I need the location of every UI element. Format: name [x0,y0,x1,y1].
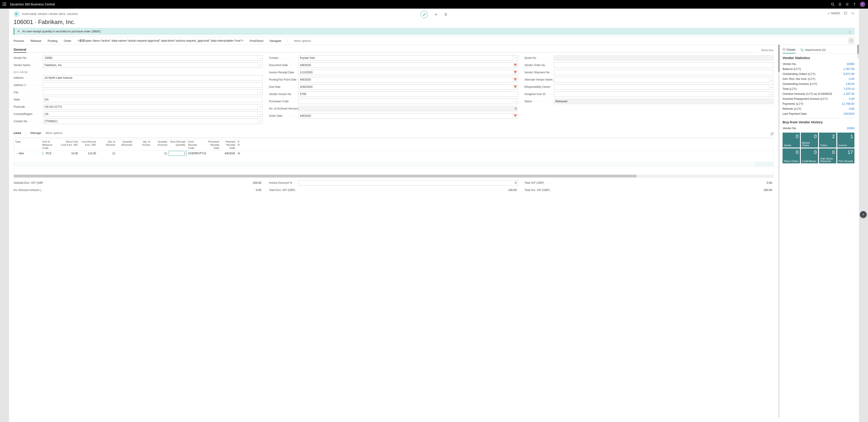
app-launcher-icon[interactable] [3,2,6,6]
lookup-icon[interactable]: ⋯ [257,63,261,68]
action-order[interactable]: Order [64,39,71,43]
info-icon[interactable]: ⓘ [848,37,855,44]
gear-icon[interactable] [844,1,851,8]
action-process[interactable]: Process [13,39,24,43]
sidebar-scrollbar[interactable] [857,45,859,58]
stat-value[interactable]: 0.00 [849,107,855,110]
history-vendor-no[interactable]: 10000 [846,127,855,130]
history-tile[interactable]: 0Quotes [782,133,800,147]
arrow-right-icon: → [15,152,18,155]
show-less-link[interactable]: Show less [761,49,774,52]
stat-label: Payments (LCY) [782,102,803,106]
history-tile[interactable]: 0Return Orders [782,148,800,163]
stat-value[interactable]: 10000 [846,62,855,66]
vendor-no-input[interactable]: 10000⌄ [43,55,263,61]
tab-lines[interactable]: Lines [13,131,21,136]
calendar-icon[interactable]: 📅 [512,63,517,68]
stat-value[interactable]: 1,267.50 [843,92,855,95]
vendor-ship-input[interactable] [554,70,774,75]
doc-date-input[interactable]: 4/8/2020📅 [298,62,518,68]
postcode-input[interactable]: US-GA 31772⋯ [43,104,263,110]
resp-centre-input[interactable]: ⌄ [554,84,774,90]
lookup-icon[interactable]: ⋯ [257,119,261,124]
edit-button[interactable] [421,11,428,18]
stat-value[interactable]: 2/8/2020 [843,112,855,115]
lines-grid[interactable]: Type Unit of Measure Code Direct Unit Co… [13,139,774,178]
history-tile[interactable]: 17Pstd. Receipts [837,148,855,163]
history-tile[interactable]: 0Pstd. Return Shipments [819,148,836,163]
country-input[interactable]: US⌄ [43,111,263,117]
lookup-icon[interactable]: ⋯ [513,55,517,60]
dropdown-icon[interactable]: ⌄ [258,112,261,116]
stat-value[interactable]: 1,267.50 [843,67,855,71]
tab-lines-more[interactable]: More options [46,131,63,136]
dropdown-icon[interactable]: ⌄ [769,84,772,89]
help-icon[interactable] [851,1,858,8]
dropdown-icon[interactable]: ⌄ [513,99,517,104]
contact-input[interactable]: Krystal York⋯ [298,55,518,61]
avatar[interactable]: F [860,2,865,7]
lookup-icon[interactable]: ⋯ [257,90,261,95]
popout-icon[interactable] [844,12,847,15]
dropdown-icon[interactable]: ⌄ [258,55,261,60]
main-scrollbar[interactable] [778,45,780,418]
history-tile[interactable]: 1Invoices [837,133,855,147]
dropdown-icon[interactable]: ⌄ [769,77,772,82]
collapse-icon[interactable] [851,12,855,15]
address2-input[interactable] [43,82,263,88]
bell-icon[interactable] [836,1,844,8]
stat-value[interactable]: 0.00 [849,77,855,81]
inv-disc-pct-input[interactable]: 0 [298,180,518,186]
calendar-icon[interactable]: 📅 [512,113,517,118]
stat-value[interactable]: 139.00 [846,82,855,86]
search-icon[interactable] [829,1,836,8]
history-tile[interactable]: 2Orders [819,133,836,147]
stat-label: Amt. Rcd. Not Invd. (LCY) [782,77,815,81]
vendor-inv-input[interactable]: 5755 [298,91,518,97]
calendar-icon[interactable]: 📅 [512,70,517,75]
stat-value[interactable]: 12,765.50 [842,102,855,106]
tab-details[interactable]: ⓘDetails [782,48,796,53]
posting-date-input[interactable]: 4/8/2020📅 [298,77,518,82]
address-input[interactable]: 10 North Lake Avenue [43,75,263,81]
stat-value[interactable]: 7,079.10 [843,87,855,90]
history-tile[interactable]: 0Blanket Orders [801,133,818,147]
assigned-user-input[interactable]: ⌄ [554,91,774,97]
due-date-input[interactable]: 4/30/2020📅 [298,84,518,90]
order-date-input[interactable]: 4/8/2020📅 [298,113,518,118]
row-menu-icon[interactable]: ⋮ [41,152,44,155]
table-row[interactable]: →Item ⋮ PCS 10.00 110.00 11 11 1 OVERRCP… [14,151,773,156]
action-navigate[interactable]: Navigate [270,39,281,43]
lines-popout-icon[interactable] [770,132,774,136]
over-receipt-qty-input[interactable]: 1 [168,151,187,156]
calendar-icon[interactable]: 📅 [512,77,517,82]
banner-close-icon[interactable]: ✕ [18,30,20,33]
stat-value[interactable]: 5,672.60 [843,73,855,76]
grid-scrollbar[interactable] [14,175,773,177]
banner-chevron-icon[interactable]: ⌄ [849,30,851,33]
action-release[interactable]: Release [31,39,41,43]
alt-vendor-input[interactable]: ⌄ [554,77,774,82]
city-input[interactable]: ⋯ [43,90,263,95]
history-tile[interactable]: 0Credit Memos [801,148,818,163]
action-more-options[interactable]: More options [294,39,311,43]
tab-manage[interactable]: Manage [31,131,41,136]
new-button[interactable] [434,13,438,16]
expand-panel-button[interactable] [860,211,867,218]
stat-value[interactable]: 0.00 [849,97,855,101]
action-posting[interactable]: Posting [48,39,57,43]
dropdown-icon[interactable]: ⌄ [769,92,772,96]
vendor-name-input[interactable]: Fabrikam, Inc.⋯ [43,62,263,68]
delete-button[interactable] [444,13,447,16]
contact-no-input[interactable]: CT000011⋯ [43,118,263,124]
lookup-icon[interactable]: ⋯ [257,104,261,109]
back-button[interactable] [13,11,20,17]
vendor-order-input[interactable] [554,62,774,68]
purchaser-input[interactable]: ⌄ [298,99,518,104]
state-input[interactable]: GA [43,97,263,102]
vendor-name-label: Vendor Name [13,63,43,67]
calendar-icon[interactable]: 📅 [512,84,517,89]
inv-receipt-date-input[interactable]: 1/13/2020📅 [298,70,518,75]
action-print-send[interactable]: Print/Send [250,39,264,43]
tab-attachments[interactable]: 📎Attachments (0) [800,48,826,53]
